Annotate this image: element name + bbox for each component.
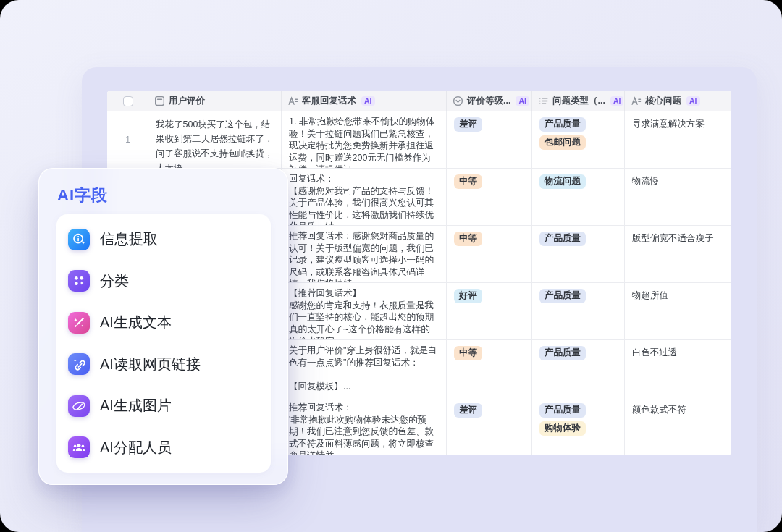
review-cell[interactable]: 我花了500块买了这个包，结果收到第二天居然拉链坏了，问了客服说不支持包邮换货，…: [148, 111, 281, 168]
ai-fields-panel: AI字段 信息提取: [38, 168, 288, 485]
core-issue-cell[interactable]: 颜色款式不符: [624, 397, 731, 455]
column-header-label: 用户评价: [169, 95, 205, 107]
reply-script-cell[interactable]: 回复话术： 【感谢您对我司产品的支持与反馈！关于产品体验，我们很高兴您认可其性能…: [281, 169, 446, 225]
table-header-row: 用户评价 客服回复话术 AI 评价等级... AI: [107, 91, 731, 111]
grade-cell[interactable]: 差评: [446, 397, 531, 455]
grade-tag: 中等: [454, 232, 482, 246]
reply-script-cell[interactable]: 1. 非常抱歉给您带来不愉快的购物体验！关于拉链问题我们已紧急核查，现决定特批为…: [281, 111, 446, 168]
core-issue-cell[interactable]: 物超所值: [624, 283, 731, 339]
issue-type-tag: 产品质量: [539, 289, 586, 303]
issue-type-tag: 产品质量: [539, 117, 586, 132]
issue-type-cell[interactable]: 产品质量: [531, 226, 624, 282]
core-issue-cell[interactable]: 白色不过透: [624, 340, 731, 397]
column-header-review[interactable]: 用户评价: [148, 91, 281, 111]
grade-tag: 差评: [454, 403, 482, 418]
core-issue-cell[interactable]: 版型偏宽不适合瘦子: [624, 226, 731, 282]
issue-type-tag: 包邮问题: [539, 135, 586, 150]
menu-item-generate-image[interactable]: AI生成图片: [56, 385, 271, 427]
grade-tag: 中等: [454, 346, 482, 360]
reply-script-cell[interactable]: 推荐回复话术： '非常抱歉此次购物体验未达您的预期！我们已注意到您反馈的色差、款…: [281, 397, 446, 455]
issue-type-tag: 产品质量: [539, 232, 586, 246]
text-field-icon: [154, 96, 165, 106]
grade-cell[interactable]: 差评: [446, 111, 531, 168]
issue-type-cell[interactable]: 产品质量: [531, 283, 624, 339]
grade-cell[interactable]: 中等: [446, 340, 531, 397]
issue-type-tag: 购物体验: [539, 421, 586, 436]
generate-image-icon: [68, 395, 90, 417]
screenshot-root: 用户评价 客服回复话术 AI 评价等级... AI: [0, 0, 782, 532]
issue-type-cell[interactable]: 物流问题: [531, 169, 624, 225]
menu-item-assign-people[interactable]: AI分配人员: [56, 427, 271, 469]
grade-cell[interactable]: 中等: [446, 226, 531, 282]
grade-tag: 中等: [454, 174, 482, 189]
grade-tag: 差评: [454, 117, 482, 132]
reply-script-cell[interactable]: 【推荐回复话术】 感谢您的肯定和支持！衣服质量是我们一直坚持的核心，能超出您的预…: [281, 283, 446, 339]
info-extract-icon: [68, 229, 90, 250]
grade-cell[interactable]: 好评: [446, 283, 531, 339]
reply-script-cell[interactable]: 推荐回复话术：感谢您对商品质量的认可！关于版型偏宽的问题，我们已记录，建议瘦型顾…: [281, 226, 446, 282]
menu-item-label: 信息提取: [100, 229, 158, 249]
ai-column-badge: AI: [516, 96, 529, 106]
core-issue-cell[interactable]: 物流慢: [624, 169, 731, 225]
menu-item-label: AI分配人员: [100, 438, 172, 457]
ai-text-field-icon: [287, 96, 298, 106]
menu-item-generate-text[interactable]: AI生成文本: [56, 302, 271, 344]
column-header-label: 客服回复话术: [302, 95, 356, 107]
grade-cell[interactable]: 中等: [446, 169, 531, 225]
menu-item-label: AI生成文本: [100, 313, 172, 332]
select-all-checkbox[interactable]: [123, 96, 133, 106]
menu-item-read-link[interactable]: AI读取网页链接: [56, 344, 271, 386]
generate-text-icon: [68, 312, 90, 334]
single-select-icon: [453, 96, 463, 106]
select-all-cell: [107, 91, 148, 111]
ai-column-badge: AI: [686, 96, 700, 106]
issue-type-cell[interactable]: 产品质量包邮问题: [531, 111, 624, 168]
issue-type-cell[interactable]: 产品质量购物体验: [531, 397, 624, 455]
column-header-type[interactable]: 问题类型（... AI: [531, 91, 624, 111]
grade-tag: 好评: [454, 289, 482, 303]
column-header-reply[interactable]: 客服回复话术 AI: [281, 91, 446, 111]
classify-icon: [68, 270, 90, 292]
panel-title: AI字段: [57, 185, 287, 206]
menu-item-classify[interactable]: 分类: [56, 261, 271, 303]
column-header-grade[interactable]: 评价等级... AI: [446, 91, 531, 111]
column-header-label: 问题类型（...: [552, 95, 605, 107]
issue-type-tag: 物流问题: [539, 174, 586, 189]
ai-text-field-icon: [631, 96, 642, 106]
multi-select-icon: [538, 96, 549, 106]
menu-item-label: AI读取网页链接: [100, 355, 201, 374]
row-number-cell: 1: [107, 111, 148, 168]
column-header-label: 评价等级...: [467, 95, 510, 107]
column-header-label: 核心问题: [645, 95, 681, 107]
issue-type-tag: 产品质量: [539, 346, 586, 360]
table-row: 1我花了500块买了这个包，结果收到第二天居然拉链坏了，问了客服说不支持包邮换货…: [107, 111, 731, 169]
issue-type-cell[interactable]: 产品质量: [531, 340, 624, 397]
ai-column-badge: AI: [361, 96, 375, 106]
ai-fields-menu: 信息提取 分类: [56, 214, 271, 473]
assign-people-icon: [68, 436, 90, 458]
ai-column-badge: AI: [610, 96, 624, 106]
menu-item-label: 分类: [100, 271, 129, 291]
column-header-core[interactable]: 核心问题 AI: [624, 91, 731, 111]
core-issue-cell[interactable]: 寻求满意解决方案: [624, 111, 731, 168]
issue-type-tag: 产品质量: [539, 403, 586, 418]
read-link-icon: [68, 353, 90, 375]
menu-item-info-extract[interactable]: 信息提取: [56, 219, 271, 261]
reply-script-cell[interactable]: 关于用户评价"穿上身很舒适，就是白色有一点点透"的推荐回复话术： 【回复模板】.…: [281, 340, 446, 397]
menu-item-label: AI生成图片: [100, 396, 172, 415]
